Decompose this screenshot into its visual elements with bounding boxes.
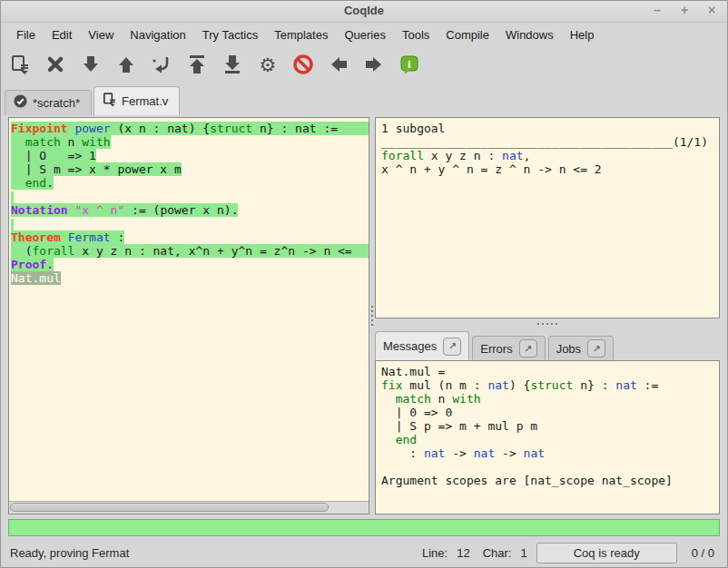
close-x-icon bbox=[44, 54, 66, 75]
interrupt-button[interactable] bbox=[291, 52, 315, 77]
progress-area bbox=[1, 514, 727, 538]
arrow-right-icon bbox=[363, 54, 385, 75]
close-buffer-button[interactable] bbox=[44, 52, 67, 77]
save-page-icon bbox=[102, 92, 117, 110]
code-line: | S p => m + mul p m bbox=[381, 419, 713, 433]
code-line: Proof. bbox=[11, 258, 369, 271]
code-line bbox=[11, 190, 369, 203]
right-column: 1 subgoal_______________________________… bbox=[375, 117, 720, 514]
scrollbar-thumb[interactable] bbox=[10, 503, 329, 512]
tab-scratch[interactable]: *scratch* bbox=[5, 90, 92, 115]
about-button[interactable]: i bbox=[398, 52, 421, 77]
menu-item-windows[interactable]: Windows bbox=[497, 25, 562, 44]
code-line: forall x y z n : nat, bbox=[381, 149, 713, 162]
job-counter: 0 / 0 bbox=[692, 546, 714, 560]
tab-label: Fermat.v bbox=[122, 94, 168, 108]
detach-button[interactable]: ↗ bbox=[443, 338, 461, 356]
horizontal-splitter[interactable] bbox=[375, 318, 720, 329]
code-line: Notation "x ^ n" := (power x n). bbox=[11, 203, 369, 217]
curved-arrow-icon bbox=[151, 54, 172, 75]
window-controls: – + × bbox=[651, 3, 718, 17]
progress-bar bbox=[8, 519, 720, 536]
tab-label: Errors bbox=[480, 342, 512, 356]
previous-button[interactable] bbox=[327, 52, 350, 77]
code-line: Nat.mul = bbox=[381, 365, 713, 378]
status-right: Line: 12 Char: 1 Coq is ready 0 / 0 bbox=[409, 543, 718, 563]
toolbar: ⚙ i bbox=[1, 46, 727, 83]
title-bar[interactable]: CoqIde – + × bbox=[1, 1, 727, 23]
script-editor[interactable]: Fixpoint power (x n : nat) {struct n} : … bbox=[9, 118, 369, 501]
check-circle-icon bbox=[13, 93, 28, 112]
detach-button[interactable]: ↗ bbox=[519, 339, 537, 357]
menu-item-edit[interactable]: Edit bbox=[44, 25, 80, 44]
menu-item-templates[interactable]: Templates bbox=[266, 25, 336, 44]
minimize-button[interactable]: – bbox=[651, 3, 664, 17]
svg-text:i: i bbox=[408, 59, 411, 71]
menu-item-tools[interactable]: Tools bbox=[394, 25, 438, 44]
restart-button[interactable] bbox=[185, 52, 209, 77]
code-line: fix mul (n m : nat) {struct n} : nat := bbox=[381, 378, 713, 392]
code-line: match n with bbox=[11, 135, 369, 149]
detach-arrow-icon: ↗ bbox=[448, 340, 457, 352]
maximize-button[interactable]: + bbox=[678, 3, 691, 17]
close-button[interactable]: × bbox=[705, 3, 718, 17]
arrow-up-to-bar-icon bbox=[186, 54, 208, 75]
status-message: Ready, proving Fermat bbox=[10, 546, 409, 560]
menu-item-help[interactable]: Help bbox=[562, 25, 603, 44]
goals-panel[interactable]: 1 subgoal_______________________________… bbox=[375, 117, 720, 318]
main-area: Fixpoint power (x n : nat) {struct n} : … bbox=[1, 115, 727, 514]
detach-arrow-icon: ↗ bbox=[524, 343, 532, 355]
code-line: Nat.mul bbox=[11, 271, 369, 285]
save-button[interactable] bbox=[8, 52, 32, 77]
menu-item-navigation[interactable]: Navigation bbox=[122, 25, 193, 44]
code-line: end bbox=[381, 433, 713, 446]
tab-fermat[interactable]: Fermat.v bbox=[93, 86, 180, 115]
code-line: | 0 => 0 bbox=[381, 406, 713, 419]
prohibition-icon bbox=[292, 54, 314, 75]
next-button[interactable] bbox=[362, 52, 386, 77]
char-value: 1 bbox=[520, 546, 526, 560]
step-backward-button[interactable] bbox=[114, 52, 138, 77]
tab-label: Messages bbox=[383, 339, 437, 353]
code-line: ________________________________________… bbox=[381, 135, 713, 149]
detach-arrow-icon: ↗ bbox=[593, 343, 601, 355]
code-line bbox=[11, 217, 369, 230]
window-title: CoqIde bbox=[1, 4, 727, 17]
code-line: (forall x y z n : nat, x^n + y^n = z^n -… bbox=[11, 244, 369, 258]
code-line: | S m => x * power x m bbox=[11, 162, 369, 176]
code-line: Theorem Fermat : bbox=[11, 230, 369, 244]
coqide-window: CoqIde – + × FileEditViewNavigationTry T… bbox=[0, 0, 728, 568]
make-button[interactable]: ⚙ bbox=[256, 52, 280, 77]
code-line: Fixpoint power (x n : nat) {struct n} : … bbox=[11, 122, 369, 135]
message-tab-bar: Messages ↗ Errors ↗ Jobs ↗ bbox=[375, 329, 720, 360]
tab-messages[interactable]: Messages ↗ bbox=[375, 331, 469, 360]
detach-button[interactable]: ↗ bbox=[587, 339, 605, 357]
menu-item-try-tactics[interactable]: Try Tactics bbox=[194, 25, 266, 44]
code-line: | O => 1 bbox=[11, 149, 369, 162]
go-to-cursor-button[interactable] bbox=[150, 52, 173, 77]
menu-item-file[interactable]: File bbox=[8, 25, 44, 44]
coq-status: Coq is ready bbox=[536, 543, 677, 563]
line-label: Line: bbox=[422, 546, 448, 560]
code-line: Argument scopes are [nat_scope nat_scope… bbox=[381, 474, 713, 487]
step-forward-button[interactable] bbox=[79, 52, 103, 77]
code-line: : nat -> nat -> nat bbox=[381, 446, 713, 460]
messages-panel[interactable]: Nat.mul =fix mul (n m : nat) {struct n} … bbox=[375, 360, 720, 514]
script-editor-panel: Fixpoint power (x n : nat) {struct n} : … bbox=[8, 117, 369, 514]
gear-icon: ⚙ bbox=[260, 55, 277, 74]
horizontal-scrollbar bbox=[9, 501, 369, 514]
arrow-left-icon bbox=[328, 54, 349, 75]
tab-jobs[interactable]: Jobs ↗ bbox=[548, 336, 614, 360]
code-line: match n with bbox=[381, 392, 713, 406]
arrow-up-icon bbox=[115, 54, 137, 75]
menu-item-compile[interactable]: Compile bbox=[438, 25, 497, 44]
menu-bar: FileEditViewNavigationTry TacticsTemplat… bbox=[1, 23, 727, 46]
tab-errors[interactable]: Errors ↗ bbox=[472, 336, 545, 360]
save-icon bbox=[9, 54, 31, 75]
code-line: 1 subgoal bbox=[381, 122, 713, 135]
code-line: x ^ n + y ^ n = z ^ n -> n <= 2 bbox=[381, 162, 713, 176]
arrow-down-icon bbox=[80, 54, 102, 75]
menu-item-queries[interactable]: Queries bbox=[336, 25, 394, 44]
go-to-end-button[interactable] bbox=[221, 52, 244, 77]
menu-item-view[interactable]: View bbox=[80, 25, 122, 44]
